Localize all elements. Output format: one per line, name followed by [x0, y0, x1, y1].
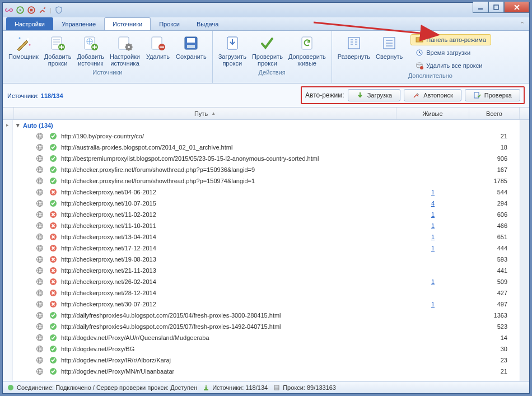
table-row[interactable]: http://dailyfreshproxies4u.blogspot.com/…: [13, 321, 520, 332]
globe-icon: [33, 233, 46, 241]
status-ok-icon: [46, 345, 60, 353]
table-row[interactable]: http://checkerproxy.net/28-12-2014427: [13, 287, 520, 299]
add-proxy-button[interactable]: Добавитьпрокси: [42, 33, 74, 68]
status-ok-icon: [46, 199, 60, 207]
table-row[interactable]: http://checkerproxy.net/30-07-20121497: [13, 299, 520, 310]
check-proxy-button[interactable]: Проверитьпрокси: [250, 33, 285, 68]
status-sources: Источники: 118/134: [212, 384, 268, 391]
svg-rect-24: [302, 37, 312, 49]
tab-sources[interactable]: Источники: [104, 17, 151, 30]
svg-rect-100: [274, 385, 279, 390]
tool-icon[interactable]: [39, 6, 46, 14]
row-live[interactable]: 1: [396, 211, 469, 218]
status-ok-icon: [46, 334, 60, 342]
status-error-icon: [46, 211, 60, 218]
row-url: http://bestpremiumproxylist.blogspot.com…: [60, 155, 396, 162]
delete-all-button[interactable]: Удалить все прокси: [410, 60, 491, 71]
save-button[interactable]: Сохранить: [174, 33, 209, 68]
row-live[interactable]: 1: [396, 234, 469, 240]
group-extra-title: Дополнительно: [408, 71, 452, 79]
globe-icon: [33, 300, 46, 308]
infinity-icon: [5, 6, 13, 14]
table-row[interactable]: http://australia-proxies.blogspot.com/20…: [13, 142, 520, 153]
source-settings-button[interactable]: Настройкиисточника: [108, 33, 142, 68]
globe-icon: [33, 356, 46, 364]
group-actions-title: Действия: [259, 68, 286, 76]
load-time-button[interactable]: Время загрузки: [410, 47, 491, 58]
row-total: 441: [469, 267, 520, 274]
table-row[interactable]: http://checker.proxyfire.net/forum/showt…: [13, 164, 520, 175]
status-error-icon: [46, 222, 60, 230]
load-proxy-button[interactable]: Загрузитьпрокси: [216, 33, 249, 68]
table-row[interactable]: http://checkerproxy.net/13-04-20141651: [13, 231, 520, 243]
globe-icon: [33, 255, 46, 263]
table-row[interactable]: http://dailyfreshproxies4u.blogspot.com/…: [13, 310, 520, 321]
table-row[interactable]: http://bestpremiumproxylist.blogspot.com…: [13, 153, 520, 164]
table-row[interactable]: http://checkerproxy.net/19-08-2013593: [13, 254, 520, 265]
status-ok-icon: [46, 323, 60, 330]
wizard-button[interactable]: Помощник: [6, 33, 41, 68]
row-total: 167: [469, 166, 520, 173]
shield-icon[interactable]: [55, 6, 63, 14]
auto-check-button[interactable]: Проверка: [465, 89, 520, 101]
row-live[interactable]: 1: [396, 301, 469, 308]
tab-output[interactable]: Выдача: [188, 17, 227, 30]
row-live[interactable]: 1: [396, 245, 469, 251]
recheck-button[interactable]: Допроверитьживые: [286, 33, 328, 68]
table-row[interactable]: http://checkerproxy.net/21-11-2013441: [13, 265, 520, 276]
row-live[interactable]: 4: [396, 200, 469, 207]
svg-point-30: [420, 66, 423, 69]
add-source-button[interactable]: Добавитьисточник: [74, 33, 106, 68]
col-live[interactable]: Живые: [396, 108, 469, 119]
table-row[interactable]: http://dogdev.net/Proxy/AU/r/Queensland/…: [13, 332, 520, 343]
tab-manage[interactable]: Управление: [53, 17, 104, 30]
auto-search-button[interactable]: Автопоиск: [404, 89, 461, 101]
scrollbar[interactable]: [520, 120, 529, 381]
col-path[interactable]: Путь: [14, 108, 396, 119]
globe-icon: [33, 334, 46, 342]
expand-button[interactable]: Развернуть: [335, 33, 372, 61]
auto-load-button[interactable]: Загрузка: [348, 89, 400, 101]
table-row[interactable]: http://dogdev.net/Proxy/IR/r/Alborz/Kara…: [13, 355, 520, 366]
row-live[interactable]: 1: [396, 222, 469, 229]
delete-button[interactable]: Удалить: [143, 33, 172, 68]
close-button[interactable]: [504, 2, 529, 13]
table-row[interactable]: http://checker.proxyfire.net/forum/showt…: [13, 175, 520, 187]
row-live[interactable]: 1: [396, 189, 469, 195]
table-row[interactable]: http://checkerproxy.net/11-10-20111466: [13, 220, 520, 231]
status-ok-icon: [46, 166, 60, 174]
minimize-button[interactable]: [473, 2, 488, 13]
col-total[interactable]: Всего: [469, 108, 520, 119]
table-row[interactable]: http://dogdev.net/Proxy/BG30: [13, 343, 520, 355]
table-row[interactable]: http://dogdev.net/Proxy/MN/r/Ulaanbaatar…: [13, 366, 520, 377]
table-row[interactable]: http://190.by/proxy-country/co/21: [13, 131, 520, 142]
stop-icon[interactable]: [27, 6, 35, 14]
svg-point-8: [29, 44, 30, 46]
table-row[interactable]: http://checkerproxy.net/17-12-20141444: [13, 243, 520, 254]
globe-icon: [33, 211, 46, 218]
status-error-icon: [46, 289, 60, 297]
svg-rect-27: [416, 38, 423, 42]
maximize-button[interactable]: [488, 2, 504, 13]
table-row[interactable]: http://checkerproxy.net/10-07-20154294: [13, 198, 520, 209]
play-icon[interactable]: [16, 6, 24, 14]
collapse-button[interactable]: Свернуть: [374, 33, 405, 61]
table-row[interactable]: http://checkerproxy.net/11-02-20121606: [13, 209, 520, 220]
globe-icon: [33, 132, 46, 140]
svg-point-29: [417, 63, 422, 65]
collapse-ribbon-icon[interactable]: ⌃: [520, 21, 525, 28]
row-url: http://checkerproxy.net/21-11-2013: [60, 267, 396, 274]
group-row[interactable]: ▾Auto (134): [13, 120, 520, 131]
auto-panel-button[interactable]: Панель авто-режима: [410, 34, 491, 45]
globe-icon: [33, 222, 46, 230]
tab-settings[interactable]: Настройки: [6, 17, 53, 30]
row-total: 466: [469, 222, 520, 229]
row-live[interactable]: 1: [396, 278, 469, 285]
svg-point-16: [128, 46, 130, 48]
grid-body[interactable]: ▾Auto (134) http://190.by/proxy-country/…: [13, 120, 520, 381]
row-total: 1785: [469, 178, 520, 184]
svg-rect-25: [348, 38, 360, 49]
tab-proxy[interactable]: Прокси: [151, 17, 188, 30]
table-row[interactable]: http://checkerproxy.net/26-02-20141509: [13, 276, 520, 287]
table-row[interactable]: http://checkerproxy.net/04-06-20121544: [13, 187, 520, 198]
